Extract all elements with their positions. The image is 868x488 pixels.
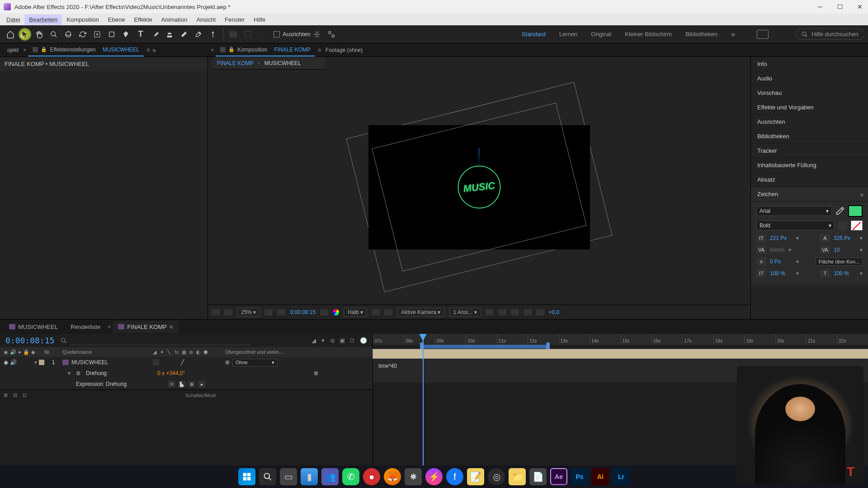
switches-modes-toggle[interactable]: Schalter/Modi <box>185 393 216 398</box>
col-source-name[interactable]: Quellenname <box>62 349 153 355</box>
tab-close-icon[interactable]: × <box>23 47 26 53</box>
taskbar-whatsapp-icon[interactable]: ✆ <box>342 468 359 485</box>
panel-ausrichten[interactable]: Ausrichten <box>751 115 868 129</box>
panel-tracker[interactable]: Tracker <box>751 144 868 158</box>
workspace-standard[interactable]: Standard <box>522 31 546 38</box>
workarea-bar[interactable] <box>420 345 549 348</box>
menu-animation[interactable]: Animation <box>157 14 192 25</box>
eyedropper-icon[interactable] <box>835 206 844 216</box>
project-panel-tab[interactable]: ojekt <box>3 44 23 56</box>
panel-zeichen-header[interactable]: Zeichen ≡ <box>751 187 868 202</box>
roto-brush-tool-icon[interactable] <box>192 28 205 41</box>
swap-colors-icon[interactable] <box>838 221 847 230</box>
visibility-toggle-icon[interactable]: ◉ <box>4 359 8 366</box>
taskbar-facebook-icon[interactable]: f <box>446 468 463 485</box>
taskbar-app-1[interactable]: ▮ <box>301 468 318 485</box>
tab-close-icon[interactable]: × <box>108 324 111 330</box>
selection-tool-icon[interactable]: ↖ <box>18 28 32 41</box>
snap-options-icon[interactable] <box>310 28 324 41</box>
layer-label-color[interactable] <box>39 360 44 365</box>
anchor-point-tool-icon[interactable] <box>90 28 104 41</box>
exposure-reset-icon[interactable] <box>536 309 544 315</box>
taskbar-after-effects-icon[interactable]: Ae <box>550 468 567 485</box>
minimize-button[interactable]: ─ <box>816 2 825 11</box>
close-button[interactable]: ✕ <box>855 2 864 11</box>
taskbar-photoshop-icon[interactable]: Ps <box>571 468 588 485</box>
roi-icon[interactable] <box>277 309 285 315</box>
menu-bearbeiten[interactable]: Bearbeiten <box>24 14 62 25</box>
camera-select[interactable]: Aktive Kamera ▾ <box>397 308 444 317</box>
pixel-aspect-icon[interactable] <box>486 309 494 315</box>
orbit-tool-icon[interactable] <box>61 28 75 41</box>
audio-toggle-icon[interactable]: 🔊 <box>10 359 17 366</box>
timeline-layer-row[interactable]: ◉ 🔊 ▾ 1 MUSICWHEEL ╱ ⊚ <box>0 357 373 368</box>
footage-panel-tab[interactable]: Footage (ohne) <box>321 44 367 56</box>
switch-quality-toggle[interactable]: ╱ <box>181 359 184 366</box>
eraser-tool-icon[interactable] <box>177 28 191 41</box>
workspace-original[interactable]: Original <box>591 31 611 38</box>
resolution-icon[interactable] <box>264 309 273 315</box>
draft-3d-icon[interactable]: 🗋 <box>349 337 355 344</box>
snap-grid-icon[interactable] <box>325 28 338 41</box>
hand-tool-icon[interactable] <box>33 28 46 41</box>
shape-tool-icon[interactable] <box>105 28 118 41</box>
taskbar-notes-icon[interactable]: 📝 <box>467 468 484 485</box>
maximize-button[interactable]: ☐ <box>835 2 844 11</box>
workspace-lernen[interactable]: Lernen <box>559 31 577 38</box>
rotation-degrees-value[interactable]: +344,0 <box>166 370 183 376</box>
expr-pickwhip-icon[interactable]: ⊚ <box>314 370 318 376</box>
zoom-select[interactable]: 25% ▾ <box>237 308 260 317</box>
menu-datei[interactable]: Datei <box>2 14 24 25</box>
hscale-value[interactable]: 100 % <box>834 270 856 277</box>
taskbar-messenger-icon[interactable]: ⚡ <box>425 468 443 485</box>
fast-preview-icon[interactable] <box>498 309 506 315</box>
render-icon[interactable]: 🕘 <box>360 337 367 344</box>
frame-blend-icon[interactable]: ✦ <box>321 337 326 344</box>
zoom-tool-icon[interactable] <box>47 28 61 41</box>
snap-checkbox[interactable] <box>274 31 280 38</box>
flow-musicwheel[interactable]: MUSICWHEEL <box>264 60 301 66</box>
snapshot-icon[interactable] <box>320 309 328 315</box>
panel-audio[interactable]: Audio <box>751 71 868 86</box>
font-family-select[interactable]: Arial▾ <box>756 206 832 216</box>
graph-editor-icon[interactable]: ▣ <box>340 337 345 344</box>
prop-twirl-icon[interactable]: ▾ <box>68 370 71 376</box>
rotation-turns-value[interactable]: 0 x <box>157 370 165 376</box>
taskbar-search-icon[interactable] <box>259 468 276 485</box>
taskbar-obs-icon[interactable]: ◎ <box>488 468 505 485</box>
color-management-icon[interactable] <box>333 309 339 315</box>
motion-blur-icon[interactable]: ⊚ <box>330 337 335 344</box>
expr-language-icon[interactable]: ▸ <box>198 381 205 387</box>
taskbar-explorer-icon[interactable]: 📁 <box>509 468 526 485</box>
tracking-value[interactable]: 10 <box>834 247 856 253</box>
tab-close-icon[interactable]: × <box>211 47 214 53</box>
expr-enable-icon[interactable]: = <box>168 381 175 387</box>
panel-info[interactable]: Info <box>751 57 868 71</box>
toggle-modes-icon[interactable]: ⊟ <box>13 392 17 398</box>
no-stroke-swatch[interactable] <box>853 222 861 230</box>
composition-panel-tab[interactable]: 🔒 Komposition FINALE KOMP <box>216 44 315 56</box>
clone-stamp-tool-icon[interactable] <box>163 28 176 41</box>
timeline-tab-musicwheel[interactable]: MUSICWHEEL <box>4 321 63 333</box>
panel-absatz[interactable]: Absatz <box>751 173 868 187</box>
start-button[interactable] <box>238 468 255 485</box>
parent-pickwhip-icon[interactable]: ⊚ <box>225 359 230 366</box>
fill-color-swatch[interactable] <box>226 28 240 41</box>
workspace-bib[interactable]: Bibliotheken <box>685 31 717 38</box>
taskbar-firefox-icon[interactable]: 🦊 <box>384 468 401 485</box>
expr-graph-icon[interactable]: ▙ <box>178 381 185 387</box>
panel-inhalts-fuellung[interactable]: Inhaltsbasierte Füllung <box>751 158 868 173</box>
taskbar-app-3[interactable]: 📄 <box>529 468 547 485</box>
panel-menu-icon[interactable]: ≡ <box>860 192 863 198</box>
flow-finale-komp[interactable]: FINALE KOMP <box>217 60 254 66</box>
layer-duration-bar[interactable] <box>373 349 868 358</box>
font-size-value[interactable]: 221 Px <box>770 235 793 241</box>
workspace-kleiner[interactable]: Kleiner Bildschirm <box>625 31 672 38</box>
workspace-switcher-icon[interactable] <box>757 30 769 39</box>
fill-color-swatch[interactable] <box>848 205 863 217</box>
pen-tool-icon[interactable] <box>119 28 133 41</box>
stroke-width-value[interactable]: 0 Px <box>770 258 793 265</box>
composition-viewer[interactable]: MUSIC <box>208 70 750 305</box>
tab-overflow-icon[interactable]: » <box>152 47 156 54</box>
stroke-order-select[interactable]: Fläche über Kon... <box>816 258 863 266</box>
